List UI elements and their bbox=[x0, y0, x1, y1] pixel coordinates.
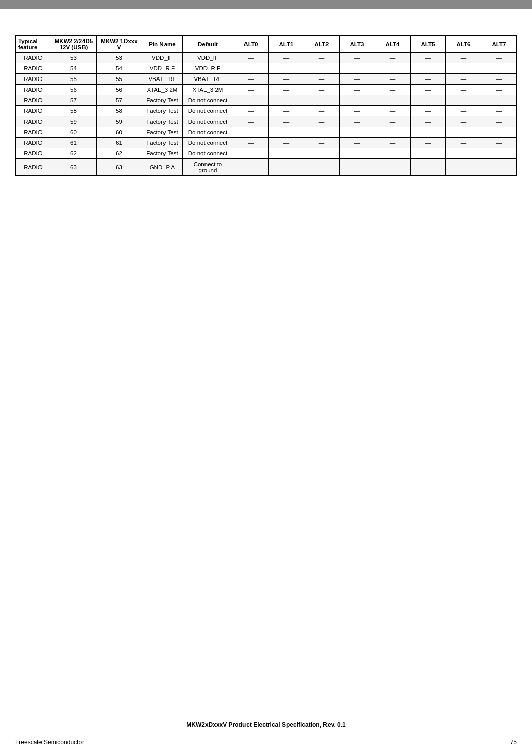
cell-alt5: — bbox=[410, 127, 445, 138]
cell-alt7: — bbox=[481, 159, 516, 176]
cell-alt0: — bbox=[233, 106, 268, 116]
cell-alt2: — bbox=[304, 138, 339, 148]
cell-alt4: — bbox=[375, 148, 410, 159]
cell-mkw2a: 57 bbox=[51, 95, 97, 106]
cell-typical: RADIO bbox=[16, 63, 51, 74]
cell-alt4: — bbox=[375, 106, 410, 116]
table-row: RADIO5757Factory TestDo not connect—————… bbox=[16, 95, 517, 106]
top-bar bbox=[0, 0, 532, 9]
cell-alt6: — bbox=[445, 148, 481, 159]
cell-default: Do not connect bbox=[182, 148, 233, 159]
cell-pin: VDD_IF bbox=[142, 53, 182, 63]
cell-alt6: — bbox=[445, 63, 481, 74]
cell-alt3: — bbox=[339, 53, 375, 63]
cell-pin: Factory Test bbox=[142, 138, 182, 148]
cell-alt7: — bbox=[481, 127, 516, 138]
cell-mkw2a: 63 bbox=[51, 159, 97, 176]
cell-alt3: — bbox=[339, 95, 375, 106]
cell-typical: RADIO bbox=[16, 95, 51, 106]
cell-alt5: — bbox=[410, 63, 445, 74]
page-number: 75 bbox=[510, 739, 517, 746]
cell-alt5: — bbox=[410, 148, 445, 159]
cell-alt2: — bbox=[304, 127, 339, 138]
cell-mkw2b: 59 bbox=[96, 116, 142, 127]
cell-alt3: — bbox=[339, 127, 375, 138]
cell-alt6: — bbox=[445, 53, 481, 63]
cell-alt4: — bbox=[375, 53, 410, 63]
cell-alt2: — bbox=[304, 95, 339, 106]
cell-alt6: — bbox=[445, 138, 481, 148]
cell-alt1: — bbox=[268, 63, 304, 74]
cell-alt1: — bbox=[268, 74, 304, 85]
table-row: RADIO6060Factory TestDo not connect—————… bbox=[16, 127, 517, 138]
cell-alt0: — bbox=[233, 127, 268, 138]
header-alt6: ALT6 bbox=[445, 36, 481, 53]
header-alt3: ALT3 bbox=[339, 36, 375, 53]
cell-alt2: — bbox=[304, 53, 339, 63]
cell-alt1: — bbox=[268, 106, 304, 116]
table-row: RADIO6363GND_P AConnect to ground———————… bbox=[16, 159, 517, 176]
cell-default: VBAT_ RF bbox=[182, 74, 233, 85]
cell-typical: RADIO bbox=[16, 138, 51, 148]
cell-alt2: — bbox=[304, 63, 339, 74]
cell-default: Do not connect bbox=[182, 138, 233, 148]
cell-pin: Factory Test bbox=[142, 95, 182, 106]
cell-alt4: — bbox=[375, 159, 410, 176]
cell-alt7: — bbox=[481, 63, 516, 74]
cell-pin: VBAT_ RF bbox=[142, 74, 182, 85]
table-row: RADIO5656XTAL_3 2MXTAL_3 2M———————— bbox=[16, 85, 517, 95]
cell-typical: RADIO bbox=[16, 74, 51, 85]
cell-alt0: — bbox=[233, 159, 268, 176]
header-default: Default bbox=[182, 36, 233, 53]
cell-alt6: — bbox=[445, 95, 481, 106]
cell-alt3: — bbox=[339, 106, 375, 116]
cell-alt4: — bbox=[375, 85, 410, 95]
cell-alt3: — bbox=[339, 74, 375, 85]
cell-alt4: — bbox=[375, 63, 410, 74]
cell-mkw2b: 60 bbox=[96, 127, 142, 138]
header-alt4: ALT4 bbox=[375, 36, 410, 53]
table-row: RADIO5353VDD_IFVDD_IF———————— bbox=[16, 53, 517, 63]
cell-default: Do not connect bbox=[182, 127, 233, 138]
cell-alt2: — bbox=[304, 74, 339, 85]
cell-alt7: — bbox=[481, 85, 516, 95]
cell-alt1: — bbox=[268, 85, 304, 95]
header-mkw2a: MKW2 2/24D5 12V (USB) bbox=[51, 36, 97, 53]
cell-alt1: — bbox=[268, 95, 304, 106]
cell-mkw2a: 60 bbox=[51, 127, 97, 138]
cell-alt1: — bbox=[268, 159, 304, 176]
cell-alt3: — bbox=[339, 159, 375, 176]
pin-table: Typical feature MKW2 2/24D5 12V (USB) MK… bbox=[15, 35, 517, 176]
table-row: RADIO5858Factory TestDo not connect—————… bbox=[16, 106, 517, 116]
cell-default: Do not connect bbox=[182, 106, 233, 116]
header-alt0: ALT0 bbox=[233, 36, 268, 53]
cell-alt1: — bbox=[268, 138, 304, 148]
table-row: RADIO6262Factory TestDo not connect—————… bbox=[16, 148, 517, 159]
cell-alt5: — bbox=[410, 85, 445, 95]
cell-alt7: — bbox=[481, 148, 516, 159]
cell-pin: Factory Test bbox=[142, 127, 182, 138]
cell-alt4: — bbox=[375, 74, 410, 85]
footer-bottom: Freescale Semiconductor 75 bbox=[15, 739, 517, 746]
cell-mkw2a: 58 bbox=[51, 106, 97, 116]
cell-default: VDD_IF bbox=[182, 53, 233, 63]
cell-typical: RADIO bbox=[16, 53, 51, 63]
cell-alt1: — bbox=[268, 116, 304, 127]
cell-alt5: — bbox=[410, 95, 445, 106]
cell-alt6: — bbox=[445, 85, 481, 95]
footer-title: MKW2xDxxxV Product Electrical Specificat… bbox=[15, 718, 517, 728]
header-mkw2b: MKW2 1Dxxx V bbox=[96, 36, 142, 53]
cell-default: Connect to ground bbox=[182, 159, 233, 176]
cell-alt2: — bbox=[304, 159, 339, 176]
table-row: RADIO5959Factory TestDo not connect—————… bbox=[16, 116, 517, 127]
cell-alt1: — bbox=[268, 127, 304, 138]
cell-mkw2b: 55 bbox=[96, 74, 142, 85]
cell-pin: Factory Test bbox=[142, 148, 182, 159]
table-body: RADIO5353VDD_IFVDD_IF————————RADIO5454VD… bbox=[16, 53, 517, 176]
header-alt2: ALT2 bbox=[304, 36, 339, 53]
cell-mkw2a: 61 bbox=[51, 138, 97, 148]
cell-default: XTAL_3 2M bbox=[182, 85, 233, 95]
cell-mkw2b: 54 bbox=[96, 63, 142, 74]
table-wrapper: Typical feature MKW2 2/24D5 12V (USB) MK… bbox=[15, 35, 517, 176]
header-alt1: ALT1 bbox=[268, 36, 304, 53]
